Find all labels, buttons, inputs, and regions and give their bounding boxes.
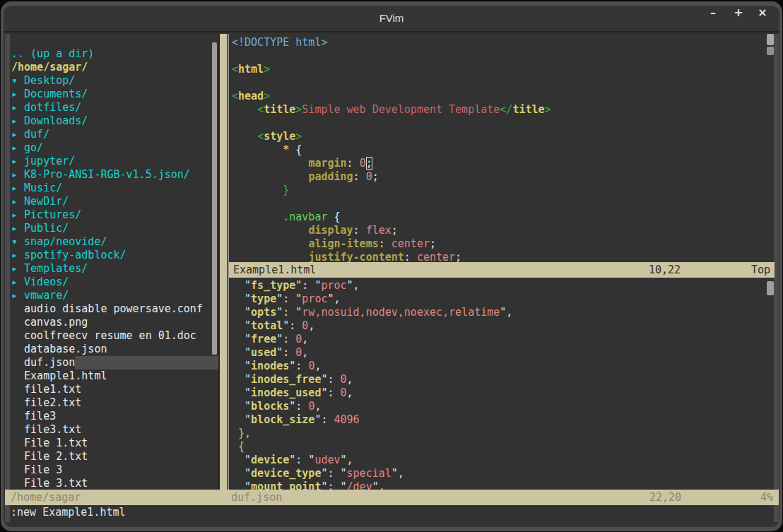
statusline-filename: Example1.html [233, 262, 316, 278]
tree-item[interactable]: coolfreecv resume en 01.doc [11, 329, 218, 343]
tree-item[interactable]: ▾ snap/neovide/ [11, 235, 218, 249]
code-line: .navbar { [232, 211, 769, 224]
code-line: "inodes_used": 0, [232, 386, 769, 400]
statusline-active: Example1.html 10,22 Top [229, 262, 775, 278]
tree-item[interactable]: Example1.html [11, 370, 218, 383]
tree-item[interactable]: canvas.png [11, 316, 218, 329]
statusline-inactive: /home/sagar duf.json 22,20 4% [5, 490, 779, 505]
fvim-window: FVim – + × .. (up a dir)/home/sagar/▾ De… [4, 6, 779, 527]
tree-item[interactable]: file3.txt [11, 423, 218, 437]
editor-bottom-scrollbar-thumb[interactable] [767, 281, 774, 295]
tree-item[interactable]: .. (up a dir) [11, 47, 218, 61]
statusline-scroll-position: 4% [760, 490, 773, 505]
statusline-ruler: 10,22 [649, 262, 681, 278]
tree-item[interactable]: duf.json [11, 356, 218, 370]
code-line [232, 76, 769, 90]
editor-top-scrollbar-thumb[interactable] [767, 34, 774, 45]
code-line: "type": "proc", [232, 292, 769, 306]
command-line[interactable]: :new Example1.html [5, 505, 779, 524]
code-line: <html> [232, 63, 769, 76]
code-line: "used": 0, [232, 346, 769, 360]
code-line: align-items: center; [232, 237, 769, 251]
editor-bottom-json[interactable]: "fs_type": "proc", "type": "proc", "opts… [232, 279, 769, 494]
tree-item[interactable]: ▸ spotify-adblock/ [11, 249, 218, 262]
tree-item[interactable]: ▸ Pictures/ [11, 208, 218, 222]
tree-item[interactable]: ▸ Music/ [11, 182, 218, 195]
tree-item[interactable]: file3 [11, 410, 218, 423]
left-frame-strip [5, 34, 10, 522]
code-line: <style> [232, 130, 769, 143]
code-line: } [232, 184, 769, 197]
tree-item[interactable]: File 2.txt [11, 450, 218, 463]
tree-item[interactable]: ▸ NewDir/ [11, 195, 218, 208]
minimize-button[interactable]: – [702, 6, 724, 32]
code-line: * { [232, 143, 769, 157]
tree-item[interactable]: ▾ Desktop/ [11, 74, 218, 88]
tree-item[interactable]: ▸ Videos/ [11, 276, 218, 289]
statusline-scroll-position: Top [751, 262, 770, 278]
statusline-filename: duf.json [231, 490, 282, 505]
sidebar-scrollbar-thumb[interactable] [212, 42, 217, 355]
tree-item[interactable]: ▸ Downloads/ [11, 114, 218, 128]
code-line: "inodes_free": 0, [232, 373, 769, 386]
tree-item[interactable]: ▸ duf/ [11, 128, 218, 141]
code-line [232, 49, 769, 63]
window-frame: FVim – + × .. (up a dir)/home/sagar/▾ De… [1, 1, 782, 531]
tree-item[interactable]: ▸ go/ [11, 141, 218, 155]
code-line: "total": 0, [232, 319, 769, 333]
editor-top-scrollbar-thumb-2[interactable] [767, 47, 774, 55]
right-frame-strip [774, 34, 779, 522]
code-line: display: flex; [232, 224, 769, 237]
code-line: padding: 0; [232, 170, 769, 184]
tree-item[interactable]: ▸ Public/ [11, 222, 218, 235]
split-separator[interactable] [218, 34, 228, 490]
code-line: <head> [232, 90, 769, 103]
window-title: FVim [4, 12, 779, 24]
tree-item[interactable]: ▸ Documents/ [11, 88, 218, 101]
tree-item[interactable]: File 1.txt [11, 437, 218, 450]
code-line: "inodes": 0, [232, 360, 769, 373]
maximize-button[interactable]: + [728, 6, 749, 32]
tree-item[interactable]: audio disable powersave.conf [11, 302, 218, 316]
tree-item[interactable]: /home/sagar/ [11, 61, 218, 74]
statusline-sidebar-path: /home/sagar [11, 490, 81, 505]
close-button[interactable]: × [752, 6, 773, 32]
titlebar[interactable]: FVim – + × [4, 6, 779, 32]
tree-item[interactable]: File 3 [11, 463, 218, 477]
tree-item[interactable]: ▸ dotfiles/ [11, 101, 218, 114]
code-line [232, 117, 769, 130]
tree-item[interactable]: database.json [11, 343, 218, 356]
tree-item[interactable]: ▸ jupyter/ [11, 155, 218, 168]
code-line: margin: 0; [232, 157, 769, 170]
code-line [232, 197, 769, 211]
code-line: <title>Simple web Development Template</… [232, 103, 769, 117]
code-line: <!DOCTYPE html> [232, 36, 769, 49]
code-line: }, [232, 427, 769, 440]
tree-item[interactable]: ▸ K8-Pro-ANSI-RGB-v1.5.json/ [11, 168, 218, 182]
code-line: "opts": "rw,nosuid,nodev,noexec,relatime… [232, 306, 769, 319]
editor-top-html[interactable]: <!DOCTYPE html><html><head> <title>Simpl… [232, 36, 769, 264]
code-line: "block_size": 4096 [232, 413, 769, 427]
tree-item[interactable]: file1.txt [11, 383, 218, 396]
code-line: "device_type": "special", [232, 467, 769, 480]
code-line: "device": "udev", [232, 454, 769, 467]
code-line: "blocks": 0, [232, 400, 769, 413]
tree-item[interactable]: file2.txt [11, 396, 218, 410]
code-line: "fs_type": "proc", [232, 279, 769, 292]
statusline-ruler: 22,20 [649, 490, 681, 505]
tree-item[interactable]: ▸ Templates/ [11, 262, 218, 276]
file-tree[interactable]: .. (up a dir)/home/sagar/▾ Desktop/▸ Doc… [11, 47, 218, 490]
tree-item[interactable]: ▸ vmware/ [11, 289, 218, 302]
code-line: "free": 0, [232, 333, 769, 346]
tree-item[interactable]: File 3.txt [11, 477, 218, 490]
code-line: { [232, 440, 769, 454]
